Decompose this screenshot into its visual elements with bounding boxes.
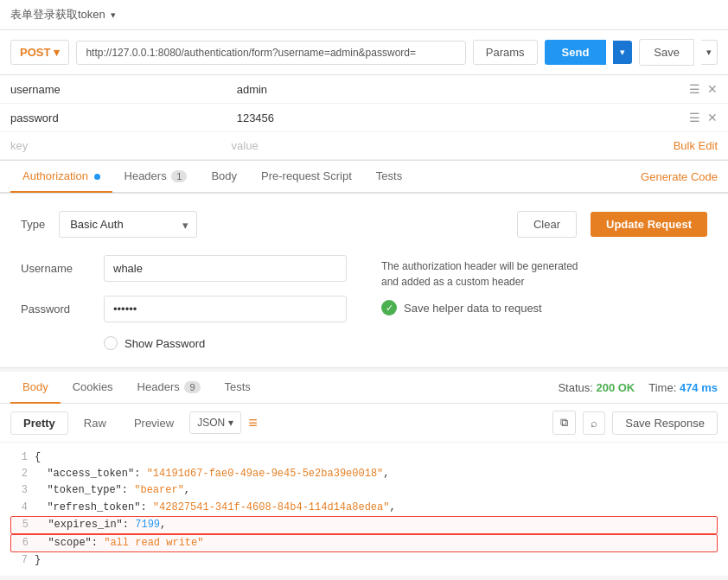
password-label: Password xyxy=(21,303,90,315)
tab-authorization-dot xyxy=(94,174,100,180)
response-actions: ⧉ ⌕ Save Response xyxy=(552,411,718,435)
status-info: Status: 200 OK Time: 474 ms xyxy=(558,381,718,394)
format-tab-pretty[interactable]: Pretty xyxy=(10,411,68,435)
param-row-empty: key value Bulk Edit xyxy=(0,132,728,160)
helper-check-icon: ✓ xyxy=(381,300,397,315)
helper-label: Save helper data to request xyxy=(404,302,542,315)
generate-code-button[interactable]: Generate Code xyxy=(641,170,718,183)
param-close-icon-password[interactable]: ✕ xyxy=(707,111,718,124)
status-value: 200 OK xyxy=(596,381,635,394)
url-input[interactable] xyxy=(76,41,465,65)
response-tab-body-label: Body xyxy=(22,380,48,393)
username-label: Username xyxy=(21,262,90,275)
tab-headers[interactable]: Headers 1 xyxy=(112,161,200,193)
param-menu-icon-password[interactable]: ☰ xyxy=(689,111,700,124)
response-section: Body Cookies Headers 9 Tests Status: 200… xyxy=(0,372,728,576)
json-line-7: 7 } xyxy=(10,552,718,569)
json-line-2: 2 "access_token": "14191d67-fae0-49ae-9e… xyxy=(10,466,718,482)
json-line-1: 1 { xyxy=(10,449,718,466)
status-label: Status: 200 OK xyxy=(558,381,635,394)
format-type-label: JSON xyxy=(197,417,225,429)
param-actions-password: ☰ ✕ xyxy=(689,111,718,124)
auth-type-label: Type xyxy=(21,218,45,231)
tab-authorization[interactable]: Authorization xyxy=(10,161,112,193)
response-tabs-row: Body Cookies Headers 9 Tests Status: 200… xyxy=(0,372,728,404)
param-menu-icon-username[interactable]: ☰ xyxy=(689,82,700,96)
tab-headers-badge: 1 xyxy=(171,170,187,182)
json-code: 1 { 2 "access_token": "14191d67-fae0-49a… xyxy=(0,443,728,576)
format-type-select[interactable]: JSON ▾ xyxy=(189,411,241,434)
auth-type-row: Type Basic Auth Clear Update Request xyxy=(21,211,707,238)
json-line-6: 6 "scope": "all read write" xyxy=(10,534,718,552)
param-close-icon-username[interactable]: ✕ xyxy=(707,82,718,96)
tab-authorization-label: Authorization xyxy=(22,169,88,182)
param-value-password: 123456 xyxy=(237,112,689,124)
show-password-row: Show Password xyxy=(21,336,347,350)
top-bar-dropdown-icon[interactable]: ▾ xyxy=(111,10,116,21)
tabs-section: Authorization Headers 1 Body Pre-request… xyxy=(0,161,728,194)
save-button[interactable]: Save xyxy=(639,39,694,66)
time-value: 474 ms xyxy=(680,381,718,394)
show-password-label: Show Password xyxy=(125,337,205,350)
format-tab-preview[interactable]: Preview xyxy=(122,412,186,434)
param-key-placeholder: key xyxy=(10,139,232,152)
password-field-row: Password xyxy=(21,296,347,322)
tab-pre-request-label: Pre-request Script xyxy=(261,169,352,182)
json-line-4: 4 "refresh_token": "42827541-341f-4608-8… xyxy=(10,500,718,516)
params-button[interactable]: Params xyxy=(473,40,538,65)
response-tab-tests[interactable]: Tests xyxy=(213,372,263,404)
tab-tests[interactable]: Tests xyxy=(364,161,414,193)
auth-info-text: The authorization header will be generat… xyxy=(381,258,707,290)
response-tab-tests-label: Tests xyxy=(225,380,251,393)
time-label: Time: 474 ms xyxy=(648,381,718,394)
param-key-username: username xyxy=(10,83,237,96)
method-arrow-icon: ▾ xyxy=(54,46,60,59)
top-bar-title: 表单登录获取token xyxy=(10,7,105,22)
param-actions-username: ☰ ✕ xyxy=(689,82,718,96)
response-tab-body[interactable]: Body xyxy=(10,372,61,404)
save-dropdown-button[interactable]: ▾ xyxy=(701,40,718,65)
tab-body-label: Body xyxy=(211,169,237,182)
response-tab-headers-label: Headers xyxy=(137,380,180,393)
auth-section: Type Basic Auth Clear Update Request Use… xyxy=(0,194,728,368)
method-select[interactable]: POST ▾ xyxy=(10,40,69,65)
auth-left: Username Password Show Password xyxy=(21,255,347,350)
response-tab-cookies[interactable]: Cookies xyxy=(61,372,125,404)
save-response-button[interactable]: Save Response xyxy=(612,411,718,435)
tabs-row: Authorization Headers 1 Body Pre-request… xyxy=(0,161,728,193)
search-button[interactable]: ⌕ xyxy=(583,411,605,435)
response-tab-headers[interactable]: Headers 9 xyxy=(125,372,213,404)
json-line-5: 5 "expires_in": 7199, xyxy=(10,516,718,534)
auth-type-wrapper: Basic Auth xyxy=(59,211,197,238)
update-request-button[interactable]: Update Request xyxy=(591,212,707,237)
password-input[interactable] xyxy=(104,296,347,322)
tab-body[interactable]: Body xyxy=(199,161,249,193)
send-dropdown-button[interactable]: ▾ xyxy=(613,41,632,64)
username-input[interactable] xyxy=(104,255,347,282)
format-icon[interactable]: ≡ xyxy=(245,414,261,432)
clear-button[interactable]: Clear xyxy=(517,211,577,238)
helper-row: ✓ Save helper data to request xyxy=(381,300,707,315)
params-table: username admin ☰ ✕ password 123456 ☰ ✕ k… xyxy=(0,75,728,161)
top-bar: 表单登录获取token ▾ xyxy=(0,0,728,30)
show-password-checkbox[interactable] xyxy=(104,336,118,350)
format-tab-raw[interactable]: Raw xyxy=(72,412,118,434)
param-key-password: password xyxy=(10,112,237,124)
json-line-3: 3 "token_type": "bearer", xyxy=(10,482,718,499)
param-value-username: admin xyxy=(237,83,689,96)
format-bar: Pretty Raw Preview JSON ▾ ≡ ⧉ ⌕ Save Res… xyxy=(0,404,728,443)
tab-pre-request[interactable]: Pre-request Script xyxy=(249,161,364,193)
response-tab-cookies-label: Cookies xyxy=(73,380,113,393)
response-tab-headers-badge: 9 xyxy=(184,381,200,393)
param-value-placeholder: value xyxy=(232,139,674,152)
auth-type-select[interactable]: Basic Auth xyxy=(59,211,197,238)
copy-button[interactable]: ⧉ xyxy=(552,411,576,435)
request-bar: POST ▾ Params Send ▾ Save ▾ xyxy=(0,30,728,75)
bulk-edit-button[interactable]: Bulk Edit xyxy=(674,139,718,152)
tab-tests-label: Tests xyxy=(376,169,402,182)
tab-headers-label: Headers xyxy=(125,169,167,182)
username-field-row: Username xyxy=(21,255,347,282)
send-button[interactable]: Send xyxy=(545,40,607,65)
auth-fields: Username Password Show Password The auth… xyxy=(21,255,707,350)
param-row-password: password 123456 ☰ ✕ xyxy=(0,104,728,132)
